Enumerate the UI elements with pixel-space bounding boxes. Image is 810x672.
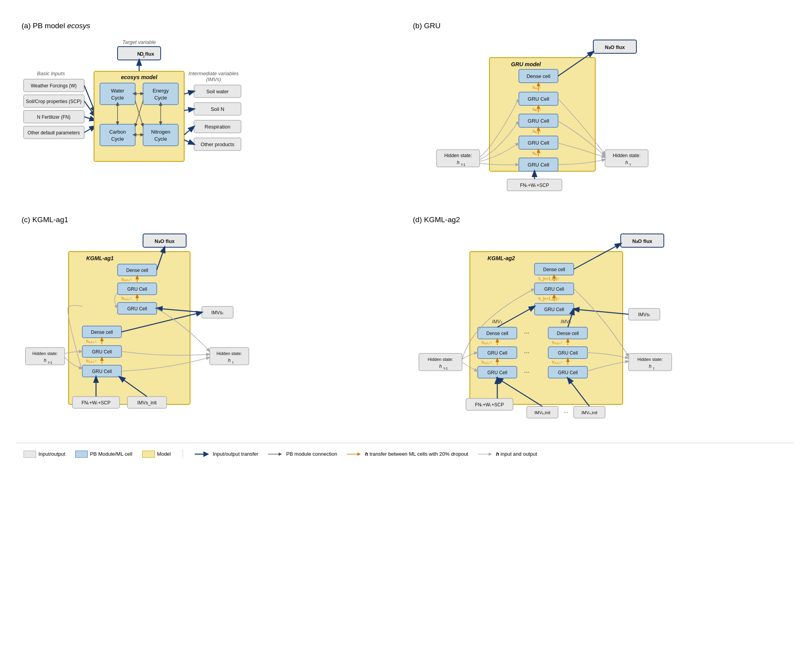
panel-b-title: (b) GRU: [413, 22, 789, 30]
svg-text:h₁,₂,ₜ↑: h₁,₂,ₜ↑: [86, 339, 97, 344]
legend-arrow-h-inout: h input and output: [478, 451, 537, 457]
svg-text:h: h: [625, 160, 628, 165]
svg-text:Carbon: Carbon: [109, 129, 126, 135]
svg-text:IMVsₜ: IMVsₜ: [211, 310, 223, 315]
svg-text:Dense cell: Dense cell: [91, 330, 113, 335]
svg-text:FNₜ+Wₜ+SCP: FNₜ+Wₜ+SCP: [475, 402, 504, 408]
svg-text:Dense cell: Dense cell: [543, 267, 565, 272]
svg-text:h: h: [439, 364, 442, 369]
svg-text:GRU Cell: GRU Cell: [127, 306, 147, 312]
panel-d-title: (d) KGML-ag2: [413, 216, 789, 224]
svg-text:Hidden state:: Hidden state:: [428, 357, 453, 362]
panel-d-diagram: N₂O flux KGML-ag2 Dense cell h_{n+1,2,t}…: [413, 228, 680, 432]
svg-text:Cycle: Cycle: [111, 95, 124, 101]
svg-text:···: ···: [524, 369, 529, 375]
panel-b: (b) GRU N₂O flux GRU model: [407, 16, 795, 206]
legend-item-pb-module: PB Module/ML cell: [75, 451, 132, 458]
svg-rect-27: [100, 124, 135, 146]
svg-line-51: [184, 127, 194, 135]
svg-text:N Fertilizer (FN): N Fertilizer (FN): [37, 114, 70, 120]
svg-text:GRU Cell: GRU Cell: [527, 140, 549, 146]
svg-text:FNₜ+Wₜ+SCP: FNₜ+Wₜ+SCP: [82, 400, 111, 406]
svg-text:Other default parameters: Other default parameters: [27, 130, 80, 136]
svg-text:GRU Cell: GRU Cell: [127, 286, 147, 292]
svg-text:GRU Cell: GRU Cell: [487, 350, 507, 356]
svg-text:Dense cell: Dense cell: [526, 73, 550, 79]
svg-text:GRU Cell: GRU Cell: [487, 370, 507, 375]
svg-text:h: h: [649, 364, 651, 369]
svg-text:Soil water: Soil water: [206, 89, 229, 94]
svg-text:Hidden state:: Hidden state:: [444, 153, 472, 158]
svg-text:GRU Cell: GRU Cell: [558, 370, 578, 375]
panel-c: (c) KGML-ag1 N₂O flux KGML-ag1: [16, 210, 403, 439]
legend-arrow-io: Input/output transfer: [195, 451, 258, 457]
svg-text:Hidden state:: Hidden state:: [612, 153, 640, 158]
svg-text:h: h: [457, 160, 459, 165]
svg-text:Dense cell: Dense cell: [486, 331, 508, 336]
svg-text:Hidden state:: Hidden state:: [637, 357, 663, 362]
svg-text:h₁,ₜ↑: h₁,ₜ↑: [533, 151, 541, 156]
panel-a-title: (a) PB model ecosys: [22, 22, 397, 30]
svg-text:Hidden state:: Hidden state:: [33, 351, 58, 356]
svg-text:GRU Cell: GRU Cell: [527, 96, 549, 102]
svg-rect-24: [143, 83, 178, 105]
svg-text:hₙ,₂,ₜ↑: hₙ,₂,ₜ↑: [552, 341, 563, 345]
svg-text:O flux: O flux: [140, 51, 155, 57]
panel-c-diagram: N₂O flux KGML-ag1 Dense cell h₂,₂,ₜ↑ GRU…: [22, 228, 276, 432]
svg-text:h₁,₁,ₜ↑: h₁,₁,ₜ↑: [86, 359, 97, 363]
svg-text:Other products: Other products: [201, 141, 234, 147]
svg-text:h_{n+1,2,t}↑: h_{n+1,2,t}↑: [538, 277, 560, 281]
svg-text:Water: Water: [111, 88, 125, 94]
svg-text:(IMVs): (IMVs): [206, 76, 221, 82]
legend-item-model: Model: [142, 451, 171, 458]
svg-text:Energy: Energy: [152, 88, 169, 94]
svg-line-50: [184, 109, 194, 110]
svg-text:h: h: [228, 358, 231, 363]
panel-a: (a) PB model ecosys Target variable N 2 …: [16, 16, 403, 206]
svg-text:KGML-ag2: KGML-ag2: [487, 255, 515, 261]
svg-text:h₄,ₜ↑: h₄,ₜ↑: [533, 85, 541, 90]
svg-text:IMVₙ,init: IMVₙ,init: [581, 410, 597, 415]
svg-text:hₙ,₁,ₜ↑: hₙ,₁,ₜ↑: [552, 360, 563, 364]
legend-item-input-output: Input/output: [24, 451, 65, 458]
svg-text:Basic Inputs: Basic Inputs: [37, 71, 65, 76]
svg-text:IMV₁: IMV₁: [492, 319, 502, 324]
legend-arrow-h-transfer: h transfer between ML cells with 20% dro…: [347, 451, 468, 457]
svg-text:Nitrogen: Nitrogen: [151, 129, 170, 135]
svg-text:ecosys model: ecosys model: [121, 74, 158, 80]
legend-arrow-pb: PB module connection: [268, 451, 337, 457]
svg-text:Hidden state:: Hidden state:: [217, 351, 242, 356]
svg-text:···: ···: [564, 409, 568, 415]
svg-text:IMVs_init: IMVs_init: [137, 400, 157, 406]
svg-rect-21: [100, 83, 135, 105]
svg-text:Weather Forcings (W): Weather Forcings (W): [31, 83, 76, 89]
svg-text:t-1: t-1: [444, 366, 448, 370]
svg-text:h₁,₁,ₜ↑: h₁,₁,ₜ↑: [482, 360, 492, 364]
svg-text:Cycle: Cycle: [111, 136, 124, 142]
svg-line-52: [184, 140, 194, 144]
svg-text:t-1: t-1: [461, 163, 466, 167]
svg-text:N₂O flux: N₂O flux: [605, 44, 625, 50]
panel-c-title: (c) KGML-ag1: [22, 216, 397, 224]
svg-text:GRU Cell: GRU Cell: [558, 350, 578, 356]
svg-line-18: [84, 126, 95, 132]
svg-text:Cycle: Cycle: [154, 136, 167, 142]
svg-line-17: [84, 117, 95, 120]
svg-line-49: [184, 91, 194, 94]
panel-b-diagram: N₂O flux GRU model Dense cell h₄,ₜ↑ GRU …: [413, 34, 656, 199]
panel-d: (d) KGML-ag2 N₂O flux KGML-ag2: [407, 210, 795, 439]
svg-text:GRU Cell: GRU Cell: [544, 286, 564, 292]
svg-text:Soil N: Soil N: [211, 106, 225, 112]
svg-text:h_{n+1,2,t}↑: h_{n+1,2,t}↑: [538, 297, 560, 301]
svg-text:GRU Cell: GRU Cell: [527, 162, 549, 168]
svg-text:N₂O flux: N₂O flux: [154, 238, 175, 244]
svg-text:Intermediate variables: Intermediate variables: [188, 71, 239, 76]
svg-text:IMVsₜ: IMVsₜ: [638, 312, 650, 317]
svg-text:FNₜ+Wₜ+SCP: FNₜ+Wₜ+SCP: [520, 183, 549, 188]
svg-text:h₃,ₜ↑: h₃,ₜ↑: [533, 107, 541, 112]
svg-text:IMV₁,init: IMV₁,init: [534, 410, 550, 415]
svg-text:Target variable: Target variable: [122, 39, 156, 45]
svg-text:GRU Cell: GRU Cell: [92, 349, 112, 355]
svg-text:N₂O flux: N₂O flux: [632, 238, 652, 244]
svg-text:Dense cell: Dense cell: [556, 331, 578, 336]
